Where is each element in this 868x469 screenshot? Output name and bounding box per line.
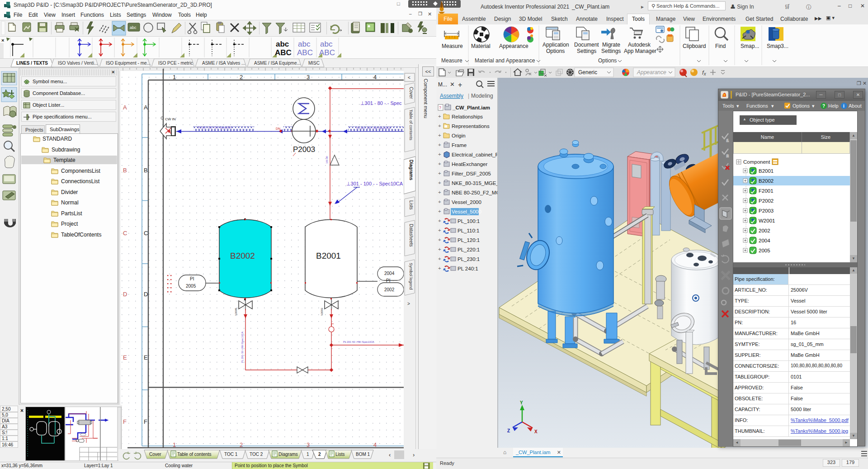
svg-text:1: 1 — [307, 452, 309, 457]
svg-text:Symbol legend: Symbol legend — [409, 263, 413, 290]
svg-text:fx: fx — [702, 69, 707, 76]
svg-text:Smap...: Smap... — [741, 43, 759, 49]
svg-text:2004: 2004 — [384, 271, 395, 276]
svg-text:PL 200- 50 -HW /Spec10CA: PL 200- 50 -HW /Spec10CA — [241, 332, 244, 363]
svg-text:Frame: Frame — [452, 142, 467, 148]
svg-text:Lists: Lists — [409, 200, 414, 210]
svg-text:PL 240:1: PL 240:1 — [458, 266, 478, 271]
svg-text:Lists: Lists — [335, 452, 345, 457]
svg-text:+: + — [458, 81, 462, 89]
svg-text:B2001: B2001 — [316, 251, 341, 261]
svg-text:A: A — [144, 104, 148, 111]
svg-text:abc: abc — [320, 40, 333, 48]
svg-text:DN: DN — [276, 127, 280, 130]
svg-text:?: ? — [822, 104, 825, 109]
svg-text:LINES / TEXTS: LINES / TEXTS — [16, 61, 48, 66]
svg-text:Diagrams: Diagrams — [278, 452, 298, 457]
svg-text:+: + — [438, 237, 441, 242]
svg-text:Clipboard: Clipboard — [683, 43, 706, 49]
svg-text:Smap3...: Smap3... — [767, 43, 788, 49]
svg-text:>: > — [407, 301, 410, 306]
svg-text:Y: Y — [520, 400, 523, 405]
svg-text:Appearance: Appearance — [499, 43, 528, 49]
svg-text:B2002: B2002 — [759, 178, 774, 184]
svg-text:Document: Document — [574, 42, 599, 48]
svg-text:D: D — [123, 291, 127, 298]
svg-text:ComponentsList: ComponentsList — [61, 168, 100, 174]
svg-text:2005: 2005 — [186, 284, 196, 289]
svg-text:Z: Z — [507, 428, 510, 433]
svg-text:Table of contents: Table of contents — [409, 109, 413, 141]
svg-text:Origin: Origin — [452, 133, 466, 138]
svg-text:Modeling: Modeling — [471, 93, 493, 99]
svg-text:W2001: W2001 — [759, 218, 775, 223]
svg-text:Datasheets: Datasheets — [409, 224, 414, 247]
svg-text:Autodesk: Autodesk — [628, 42, 651, 48]
svg-text:Settings: Settings — [577, 48, 596, 54]
svg-text:PI: PI — [386, 278, 390, 283]
svg-text:+: + — [438, 246, 441, 252]
svg-text:TOC 2: TOC 2 — [250, 452, 263, 457]
svg-text:‹: ‹ — [389, 451, 391, 458]
svg-text:_CW_Plant.iam: _CW_Plant.iam — [452, 105, 490, 110]
svg-text:Normal: Normal — [61, 199, 79, 206]
svg-text:ABC: ABC — [275, 48, 292, 57]
svg-text:STANDARD: STANDARD — [42, 136, 72, 142]
svg-text:NKE_80-315_MGE_5: NKE_80-315_MGE_5 — [452, 180, 498, 186]
svg-text:i: i — [843, 104, 844, 109]
svg-text:ASME / ISA Valves ...: ASME / ISA Valves ... — [202, 61, 245, 66]
svg-text:abc: abc — [276, 40, 289, 48]
svg-text:4: 4 — [373, 74, 377, 81]
svg-text:V2003: V2003 — [321, 308, 323, 316]
svg-text:Migrate: Migrate — [602, 42, 620, 48]
svg-text:2002: 2002 — [759, 228, 770, 233]
svg-text:Measure: Measure — [441, 57, 462, 64]
svg-text:|: | — [468, 93, 469, 99]
svg-text:Table of contents: Table of contents — [177, 452, 212, 457]
svg-text:C: C — [144, 230, 148, 237]
svg-text:Electrical_cabinet_PC: Electrical_cabinet_PC — [452, 152, 498, 157]
svg-text:Filter_DSF_2005: Filter_DSF_2005 — [452, 171, 491, 176]
svg-text:+: + — [438, 218, 441, 223]
svg-text:✕: ✕ — [863, 81, 867, 86]
svg-text:×: × — [1, 38, 4, 43]
svg-text:Component: Component — [743, 159, 770, 165]
svg-text:ConnectionsList: ConnectionsList — [61, 178, 100, 185]
svg-text:⊥301 - 80 - - Spec: ⊥301 - 80 - - Spec — [360, 100, 402, 106]
svg-text:2: 2 — [726, 154, 729, 158]
svg-text:ABC: ABC — [297, 48, 313, 57]
svg-text:Application: Application — [542, 42, 569, 48]
svg-text:P2003: P2003 — [293, 145, 315, 154]
svg-text:Material: Material — [471, 43, 491, 49]
svg-text:PL 100 - 100 - CW -Spec10CA: PL 100 - 100 - CW -Spec10CA — [198, 126, 232, 129]
svg-text:B: B — [144, 167, 148, 174]
svg-text:F2001: F2001 — [759, 188, 774, 194]
svg-text:+: + — [438, 227, 441, 233]
svg-text:X: X — [534, 429, 538, 434]
svg-text:B2001: B2001 — [759, 168, 774, 174]
svg-text:B2002: B2002 — [230, 251, 255, 261]
svg-text:PL 200- 60 -HW /Spec10CA: PL 200- 60 -HW /Spec10CA — [343, 341, 374, 343]
svg-text:+: + — [438, 161, 441, 166]
svg-text:CW IN: CW IN — [165, 117, 176, 121]
svg-text:Options: Options — [546, 48, 565, 54]
svg-text:Diagrams: Diagrams — [409, 160, 414, 180]
svg-text:100-80: 100-80 — [326, 156, 328, 164]
svg-text:<: < — [408, 75, 410, 80]
svg-text:PL_110:1: PL_110:1 — [458, 228, 479, 233]
svg-text:✕: ✕ — [450, 81, 455, 88]
svg-text:V2005: V2005 — [235, 308, 237, 316]
svg-text:+: + — [438, 199, 441, 204]
svg-text:Cover: Cover — [409, 87, 414, 99]
svg-text:3: 3 — [307, 74, 310, 81]
svg-text:F: F — [144, 418, 147, 425]
svg-text:PL 130 - 100 - CW -Spec10CA: PL 130 - 100 - CW -Spec10CA — [357, 127, 391, 129]
svg-text:+: + — [438, 142, 441, 147]
svg-text:+: + — [438, 152, 441, 157]
svg-text:❐: ❐ — [857, 81, 861, 86]
svg-text:M...: M... — [438, 81, 447, 88]
svg-text:PL_230:1: PL_230:1 — [458, 256, 480, 262]
svg-text:+: + — [438, 114, 441, 119]
svg-text:1: 1 — [726, 138, 729, 142]
svg-text:2004: 2004 — [759, 238, 770, 243]
